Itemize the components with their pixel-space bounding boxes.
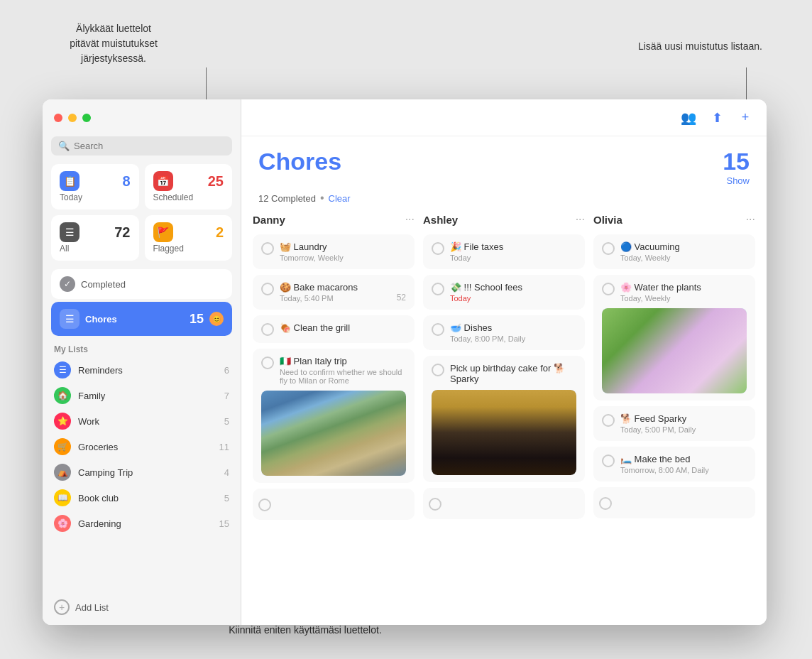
check-feed-sparky[interactable] <box>602 414 615 427</box>
chores-item[interactable]: ☰ Chores 15 😊 <box>51 302 232 336</box>
bookclub-icon: 📖 <box>54 489 71 506</box>
list-meta: 12 Completed • Clear <box>241 192 767 210</box>
vacuuming-title: 🔵 Vacuuming <box>620 241 747 252</box>
reminder-bed[interactable]: 🛏️ Make the bed Tomorrow, 8:00 AM, Daily <box>593 447 755 481</box>
scheduled-count: 25 <box>208 173 224 190</box>
reminder-plants[interactable]: 🌸 Water the plants Today, Weekly <box>593 275 755 401</box>
completed-item[interactable]: ✓ Completed <box>51 269 232 299</box>
gardening-icon: 🌸 <box>54 515 71 532</box>
reminder-feed-sparky[interactable]: 🐕 Feed Sparky Today, 5:00 PM, Daily <box>593 406 755 441</box>
add-reminder-button[interactable]: + <box>735 108 755 128</box>
reminder-laundry[interactable]: 🧺 Laundry Tomorrow, Weekly <box>253 234 415 269</box>
grill-title: 🍖 Clean the grill <box>280 322 406 333</box>
olivia-more-icon[interactable]: ··· <box>746 213 755 226</box>
groceries-name: Groceries <box>78 442 212 452</box>
list-item-family[interactable]: 🏠 Family 7 <box>51 383 232 408</box>
gardening-count: 15 <box>219 518 229 529</box>
bookclub-count: 5 <box>224 493 229 503</box>
plants-subtitle: Today, Weekly <box>620 294 747 303</box>
check-fees[interactable] <box>432 283 444 295</box>
list-item-work[interactable]: ⭐ Work 5 <box>51 408 232 434</box>
cake-title: Pick up birthday cake for 🐕 Sparky <box>450 363 576 384</box>
check-taxes[interactable] <box>432 242 444 255</box>
add-list-button[interactable]: + Add List <box>51 595 232 619</box>
check-grill[interactable] <box>261 323 274 336</box>
completed-meta: 12 Completed <box>258 193 316 204</box>
close-button[interactable] <box>54 114 62 122</box>
check-bed[interactable] <box>602 454 615 467</box>
today-label: Today <box>60 192 131 202</box>
reminder-cake[interactable]: Pick up birthday cake for 🐕 Sparky <box>423 356 585 482</box>
reminder-school-fees[interactable]: 💸 !!! School fees Today <box>423 275 585 310</box>
check-vacuuming[interactable] <box>602 242 615 255</box>
reminder-italy[interactable]: 🇮🇹 Plan Italy trip Need to confirm wheth… <box>253 349 415 483</box>
check-italy[interactable] <box>261 356 274 369</box>
list-item-bookclub[interactable]: 📖 Book club 5 <box>51 485 232 511</box>
smart-list-scheduled[interactable]: 📅 25 Scheduled <box>145 164 233 209</box>
add-ashley-item[interactable] <box>423 488 585 519</box>
columns-area: Danny ··· 🧺 Laundry Tomorrow, Weekly <box>241 210 767 625</box>
ashley-more-icon[interactable]: ··· <box>576 213 585 226</box>
reminder-grill[interactable]: 🍖 Clean the grill <box>253 315 415 343</box>
taxes-subtitle: Today <box>450 254 576 262</box>
bed-title: 🛏️ Make the bed <box>620 454 747 464</box>
fees-title: 💸 !!! School fees <box>450 282 576 293</box>
completed-check-icon: ✓ <box>60 276 75 292</box>
list-item-gardening[interactable]: 🌸 Gardening 15 <box>51 511 232 536</box>
maximize-button[interactable] <box>82 114 91 122</box>
chores-count: 15 <box>190 312 204 327</box>
add-list-icon: + <box>54 599 70 615</box>
danny-more-icon[interactable]: ··· <box>405 213 415 226</box>
macarons-count: 52 <box>397 293 406 303</box>
fees-subtitle: Today <box>450 294 576 303</box>
show-button[interactable]: Show <box>723 175 750 186</box>
smart-list-today[interactable]: 📋 8 Today <box>51 164 139 209</box>
list-item-groceries[interactable]: 🛒 Groceries 11 <box>51 434 232 459</box>
add-check-danny <box>258 499 271 511</box>
sidebar: 🔍 📋 8 Today 📅 25 Scheduled <box>43 99 241 625</box>
macarons-title: 🍪 Bake macarons <box>280 282 391 293</box>
flagged-label: Flagged <box>153 244 224 254</box>
search-input[interactable] <box>74 141 225 151</box>
reminder-taxes[interactable]: 🎉 File taxes Today <box>423 234 585 269</box>
add-list-label: Add List <box>75 602 109 613</box>
work-icon: ⭐ <box>54 413 71 430</box>
laundry-subtitle: Tomorrow, Weekly <box>280 254 406 262</box>
reminder-dishes[interactable]: 🥣 Dishes Today, 8:00 PM, Daily <box>423 315 585 350</box>
column-ashley-header: Ashley ··· <box>423 210 585 229</box>
share-users-button[interactable]: 👥 <box>679 108 698 128</box>
reminders-name: Reminders <box>78 365 217 376</box>
chores-icon: ☰ <box>60 309 79 329</box>
check-dishes[interactable] <box>432 323 444 336</box>
vacuuming-subtitle: Today, Weekly <box>620 254 747 262</box>
macarons-subtitle: Today, 5:40 PM <box>280 294 391 303</box>
clear-button[interactable]: Clear <box>329 193 351 204</box>
reminders-icon: ☰ <box>54 361 71 378</box>
search-bar[interactable]: 🔍 <box>51 136 232 156</box>
smart-lists: 📋 8 Today 📅 25 Scheduled ☰ 72 All <box>43 164 241 269</box>
share-button[interactable]: ⬆ <box>707 108 727 128</box>
scheduled-label: Scheduled <box>153 192 224 202</box>
flower-photo <box>602 308 747 393</box>
check-laundry[interactable] <box>261 242 274 255</box>
feed-sparky-title: 🐕 Feed Sparky <box>620 413 747 424</box>
column-ashley: Ashley ··· 🎉 File taxes Today <box>423 210 585 614</box>
groceries-count: 11 <box>219 442 229 452</box>
camping-icon: ⛺ <box>54 464 71 481</box>
add-olivia-item[interactable] <box>593 487 755 518</box>
check-plants[interactable] <box>602 283 615 295</box>
smart-list-all[interactable]: ☰ 72 All <box>51 215 139 261</box>
list-item-camping[interactable]: ⛺ Camping Trip 4 <box>51 459 232 485</box>
check-cake[interactable] <box>432 364 444 376</box>
add-check-ashley <box>429 498 441 511</box>
check-macarons[interactable] <box>261 283 274 295</box>
titlebar <box>43 99 241 136</box>
reminders-count: 6 <box>224 365 229 376</box>
minimize-button[interactable] <box>68 114 77 122</box>
list-item-reminders[interactable]: ☰ Reminders 6 <box>51 357 232 383</box>
smart-list-flagged[interactable]: 🚩 2 Flagged <box>145 215 233 261</box>
reminder-vacuuming[interactable]: 🔵 Vacuuming Today, Weekly <box>593 234 755 269</box>
reminder-macarons[interactable]: 🍪 Bake macarons Today, 5:40 PM 52 <box>253 275 415 310</box>
family-count: 7 <box>224 391 229 401</box>
add-danny-item[interactable] <box>253 489 415 520</box>
